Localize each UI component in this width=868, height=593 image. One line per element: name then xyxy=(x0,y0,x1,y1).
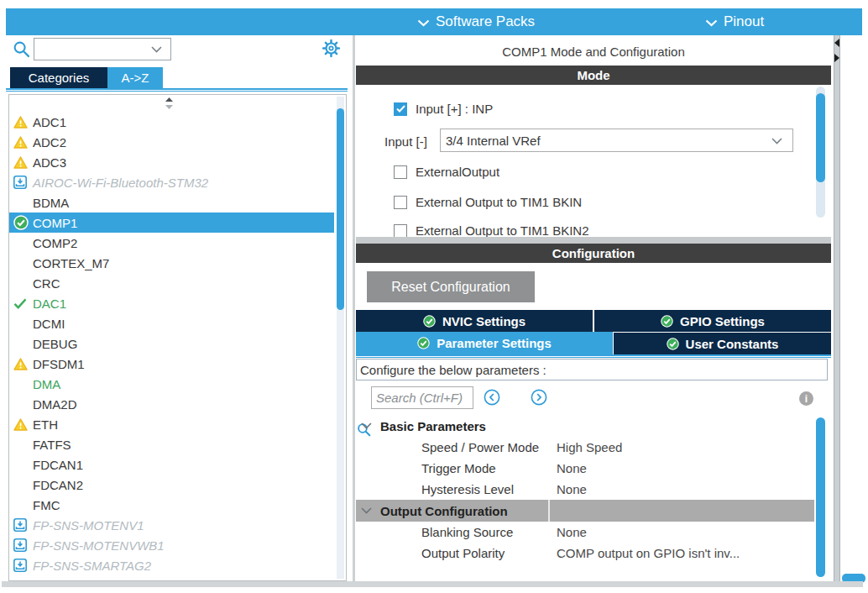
peripheral-label: ETH xyxy=(33,417,58,432)
parameter-group-label: Output Configuration xyxy=(380,504,508,518)
external-output-bkin2-checkbox[interactable] xyxy=(394,224,407,238)
chevron-down-icon xyxy=(361,507,372,514)
peripheral-label: FATFS xyxy=(33,438,71,452)
mode-section-body: Input [+] : INP Input [-] 3/4 Internal V… xyxy=(356,85,831,237)
parameter-search-input[interactable] xyxy=(371,386,473,409)
peripheral-label: DAC1 xyxy=(33,296,66,311)
peripheral-label: FP-SNS-MOTENVWB1 xyxy=(33,538,165,553)
parameter-row[interactable]: Speed / Power Mode High Speed xyxy=(356,437,814,458)
peripheral-list-item[interactable]: AIROC-Wi-Fi-Bluetooth-STM32 xyxy=(9,172,334,192)
peripheral-list-item[interactable]: CORTEX_M7 xyxy=(9,253,334,273)
input-minus-label: Input [-] xyxy=(384,134,427,149)
parameter-group-row[interactable]: Output Configuration xyxy=(356,500,814,522)
info-icon[interactable]: i xyxy=(799,391,813,406)
peripheral-label: DEBUG xyxy=(33,337,77,351)
settings-gear-icon[interactable] xyxy=(322,39,341,61)
tab-parameter-settings[interactable]: Parameter Settings xyxy=(356,332,613,354)
tab-categories[interactable]: Categories xyxy=(10,67,107,88)
tab-user-constants[interactable]: User Constants xyxy=(614,333,831,354)
peripheral-label: FP-SNS-MOTENV1 xyxy=(33,518,144,533)
peripheral-list-item[interactable]: FATFS xyxy=(9,434,334,454)
external-output-checkbox[interactable] xyxy=(394,165,407,179)
peripheral-label: FMC xyxy=(33,498,60,512)
check-circle-icon xyxy=(13,215,33,230)
peripheral-label: CRC xyxy=(33,276,60,291)
parameter-row[interactable]: Blanking Source None xyxy=(356,522,814,543)
peripheral-label: DFSDM1 xyxy=(33,357,85,371)
peripheral-list-item[interactable]: DMA2D xyxy=(9,394,334,414)
peripheral-list-item[interactable]: DAC1 xyxy=(9,293,334,313)
parameters-scrollbar-thumb[interactable] xyxy=(816,417,825,577)
panel-divider xyxy=(353,35,355,581)
tab-a-to-z-label: A->Z xyxy=(122,71,149,85)
peripheral-list-item[interactable]: CRC xyxy=(9,273,334,293)
parameter-row[interactable]: Trigger Mode None xyxy=(356,458,814,479)
peripheral-label: DMA2D xyxy=(33,397,77,412)
tab-gpio-settings-label: GPIO Settings xyxy=(680,314,765,328)
sort-arrows-icon xyxy=(165,97,173,109)
peripheral-list-item[interactable]: FP-SNS-SMARTAG2 xyxy=(9,555,334,575)
peripheral-list-item[interactable]: FMC xyxy=(9,495,334,515)
parameter-row[interactable]: Hysteresis Level None xyxy=(356,479,814,500)
chevron-down-icon xyxy=(417,19,430,27)
peripheral-label: DMA xyxy=(33,377,60,391)
peripheral-list-item[interactable]: ADC2 xyxy=(9,132,334,152)
next-match-button[interactable] xyxy=(531,389,547,409)
check-icon xyxy=(13,298,33,309)
tab-gpio-settings[interactable]: GPIO Settings xyxy=(594,310,831,332)
list-scrollbar-thumb[interactable] xyxy=(337,108,344,310)
peripheral-label: ADC1 xyxy=(33,115,66,129)
tab-a-to-z[interactable]: A->Z xyxy=(107,67,163,88)
parameter-row[interactable]: Output Polarity COMP output on GPIO isn'… xyxy=(356,543,814,564)
input-plus-checkbox[interactable] xyxy=(394,102,407,116)
peripheral-list-item[interactable]: FP-SNS-MOTENV1 xyxy=(9,515,334,535)
input-minus-select[interactable]: 3/4 Internal VRef xyxy=(440,129,793,152)
collapse-left-arrow-icon[interactable] xyxy=(834,39,839,47)
reset-configuration-button[interactable]: Reset Configuration xyxy=(367,271,535,302)
peripheral-list-item[interactable]: COMP2 xyxy=(9,233,334,253)
software-packs-menu[interactable]: Software Packs xyxy=(417,8,535,35)
peripheral-list-item[interactable]: FDCAN2 xyxy=(9,475,334,495)
sort-header[interactable] xyxy=(9,95,346,112)
search-icon xyxy=(13,40,30,58)
tab-nvic-settings[interactable]: NVIC Settings xyxy=(356,310,593,332)
pinout-menu[interactable]: Pinout xyxy=(705,8,764,35)
peripheral-list-item[interactable]: BDMA xyxy=(9,192,334,213)
peripheral-list: ADC1 ADC2 ADC3 AIROC-Wi-Fi-Bluetooth-STM… xyxy=(8,94,347,581)
configure-parameters-label-box: Configure the below parameters : xyxy=(356,359,828,380)
input-minus-value: 3/4 Internal VRef xyxy=(446,134,541,148)
peripheral-list-item[interactable]: ADC3 xyxy=(9,152,334,172)
input-plus-row: Input [+] : INP xyxy=(394,102,493,116)
parameter-value: COMP output on GPIO isn't inv... xyxy=(557,546,740,560)
mode-scrollbar-thumb[interactable] xyxy=(816,93,825,182)
peripheral-list-item[interactable]: DMA xyxy=(9,374,334,394)
panel-splitter[interactable] xyxy=(834,35,840,587)
peripheral-list-item[interactable]: ETH xyxy=(9,414,334,434)
parameter-group-row[interactable]: Basic Parameters xyxy=(356,415,814,437)
parameter-name: Hysteresis Level xyxy=(421,482,557,496)
tab-categories-label: Categories xyxy=(29,71,90,85)
peripheral-list-item[interactable]: COMP1 xyxy=(9,213,334,233)
peripheral-filter-combobox[interactable] xyxy=(34,38,171,60)
parameter-value: None xyxy=(557,461,587,475)
peripheral-list-item[interactable]: DCMI xyxy=(9,313,334,333)
peripheral-list-item[interactable]: DFSDM1 xyxy=(9,354,334,374)
peripheral-label: FDCAN2 xyxy=(33,478,83,492)
peripheral-list-item[interactable]: ADC1 xyxy=(9,112,334,132)
collapse-right-arrow-icon[interactable] xyxy=(834,54,839,62)
software-pack-icon xyxy=(13,518,33,532)
previous-match-button[interactable] xyxy=(484,389,500,409)
external-output-bkin2-row: External Output to TIM1 BKIN2 xyxy=(394,223,588,237)
external-output-bkin-checkbox[interactable] xyxy=(394,196,407,209)
top-menu-bar: Software Packs Pinout xyxy=(6,8,862,35)
peripheral-list-item[interactable]: FDCAN1 xyxy=(9,454,334,475)
peripheral-list-item[interactable]: FP-SNS-MOTENVWB1 xyxy=(9,535,334,555)
mode-and-configuration-panel: COMP1 Mode and Configuration Mode Input … xyxy=(356,35,831,581)
external-output-row: ExternalOutput xyxy=(394,165,499,179)
chevron-down-icon xyxy=(705,19,718,27)
peripheral-list-item[interactable]: DEBUG xyxy=(9,333,334,354)
peripheral-label: ADC3 xyxy=(33,155,66,170)
left-tabs-underline xyxy=(6,88,348,92)
parameter-value: None xyxy=(557,482,587,496)
chevron-left-circle-icon xyxy=(484,389,500,406)
